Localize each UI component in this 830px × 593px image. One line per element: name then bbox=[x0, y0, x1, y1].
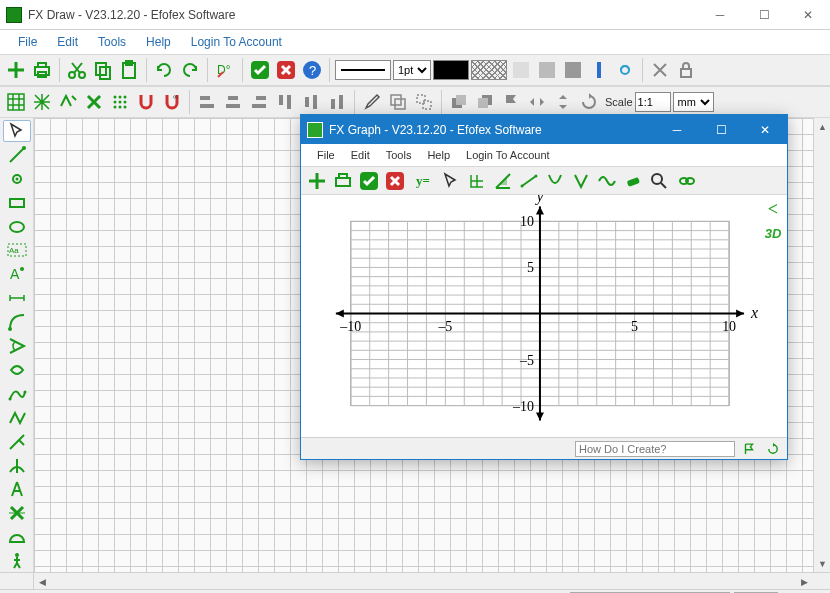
paste-icon[interactable] bbox=[117, 58, 141, 82]
cross-tool[interactable] bbox=[3, 502, 31, 524]
h-scroll-left[interactable]: ◀ bbox=[34, 573, 51, 590]
parabola-icon[interactable] bbox=[543, 169, 567, 193]
sine-icon[interactable] bbox=[595, 169, 619, 193]
copy-icon[interactable] bbox=[91, 58, 115, 82]
align-left-icon[interactable] bbox=[195, 90, 219, 114]
menu-login[interactable]: Login To Account bbox=[181, 32, 292, 52]
magnet-icon[interactable] bbox=[134, 90, 158, 114]
annotate-icon[interactable] bbox=[56, 90, 80, 114]
menu-tools[interactable]: Tools bbox=[88, 32, 136, 52]
accept-icon[interactable] bbox=[248, 58, 272, 82]
group-icon[interactable] bbox=[386, 90, 410, 114]
pointer-tool[interactable] bbox=[3, 120, 31, 142]
bezier-tool[interactable] bbox=[3, 407, 31, 429]
flip-v-icon[interactable] bbox=[551, 90, 575, 114]
new-icon[interactable] bbox=[4, 58, 28, 82]
lock-icon[interactable] bbox=[674, 58, 698, 82]
line-graph-icon[interactable] bbox=[517, 169, 541, 193]
scale-input[interactable] bbox=[635, 92, 671, 112]
cut-icon[interactable] bbox=[65, 58, 89, 82]
line-tool[interactable] bbox=[3, 144, 31, 166]
h-scroll-right[interactable]: ▶ bbox=[796, 573, 813, 590]
line-weight-select[interactable]: 1pt bbox=[393, 60, 431, 80]
child-pointer-icon[interactable] bbox=[439, 169, 463, 193]
reject-icon[interactable] bbox=[274, 58, 298, 82]
brush-icon[interactable] bbox=[360, 90, 384, 114]
abs-icon[interactable] bbox=[569, 169, 593, 193]
child-menu-login[interactable]: Login To Account bbox=[458, 147, 558, 163]
child-search-input[interactable] bbox=[575, 441, 735, 457]
angle-tool[interactable] bbox=[3, 335, 31, 357]
child-refresh-icon[interactable] bbox=[763, 440, 783, 458]
alpha2-icon[interactable] bbox=[535, 58, 559, 82]
circle-tool[interactable] bbox=[3, 216, 31, 238]
dots-icon[interactable] bbox=[108, 90, 132, 114]
align-center-h-icon[interactable] bbox=[221, 90, 245, 114]
bring-front-icon[interactable] bbox=[447, 90, 471, 114]
child-close-button[interactable]: ✕ bbox=[743, 116, 787, 144]
help-icon[interactable]: ? bbox=[300, 58, 324, 82]
child-minimize-button[interactable]: ─ bbox=[655, 116, 699, 144]
menu-edit[interactable]: Edit bbox=[47, 32, 88, 52]
maximize-button[interactable]: ☐ bbox=[742, 1, 786, 29]
integral-icon[interactable] bbox=[491, 169, 515, 193]
rect-tool[interactable] bbox=[3, 192, 31, 214]
fill-pattern-picker[interactable] bbox=[471, 60, 507, 80]
textbox-tool[interactable]: Aa bbox=[3, 240, 31, 262]
compass-tool[interactable] bbox=[3, 478, 31, 500]
h-scrollbar[interactable] bbox=[51, 573, 796, 589]
child-menu-help[interactable]: Help bbox=[419, 147, 458, 163]
scissors-tool[interactable] bbox=[3, 431, 31, 453]
walk-tool[interactable] bbox=[3, 550, 31, 572]
shape-tool[interactable] bbox=[3, 359, 31, 381]
measure-tool[interactable] bbox=[3, 287, 31, 309]
print-icon[interactable] bbox=[30, 58, 54, 82]
alpha3-icon[interactable] bbox=[561, 58, 585, 82]
minimize-button[interactable]: ─ bbox=[698, 1, 742, 29]
flip-h-icon[interactable] bbox=[525, 90, 549, 114]
ungroup-icon[interactable] bbox=[412, 90, 436, 114]
menu-help[interactable]: Help bbox=[136, 32, 181, 52]
close-button[interactable]: ✕ bbox=[786, 1, 830, 29]
alpha1-icon[interactable] bbox=[509, 58, 533, 82]
y-equals-icon[interactable]: y= bbox=[411, 169, 435, 193]
tangent-tool[interactable] bbox=[3, 455, 31, 477]
rotate-icon[interactable] bbox=[577, 90, 601, 114]
child-titlebar[interactable]: FX Graph - V23.12.20 - Efofex Software ─… bbox=[301, 115, 787, 144]
child-print-icon[interactable] bbox=[331, 169, 355, 193]
color-bar-icon[interactable] bbox=[587, 58, 611, 82]
axes-setup-icon[interactable] bbox=[465, 169, 489, 193]
v-scrollbar[interactable]: ▲▼ bbox=[813, 118, 830, 572]
text-tool[interactable]: A bbox=[3, 263, 31, 285]
eraser-icon[interactable] bbox=[621, 169, 645, 193]
child-menu-tools[interactable]: Tools bbox=[378, 147, 420, 163]
child-accept-icon[interactable] bbox=[357, 169, 381, 193]
send-back-icon[interactable] bbox=[473, 90, 497, 114]
magnet-inf-icon[interactable]: ∞ bbox=[160, 90, 184, 114]
child-new-icon[interactable] bbox=[305, 169, 329, 193]
color-picker[interactable] bbox=[433, 60, 469, 80]
flag-icon[interactable] bbox=[499, 90, 523, 114]
align-middle-icon[interactable] bbox=[299, 90, 323, 114]
menu-file[interactable]: File bbox=[8, 32, 47, 52]
mask-icon[interactable] bbox=[675, 169, 699, 193]
delete-x-icon[interactable] bbox=[82, 90, 106, 114]
dimension-icon[interactable]: D° bbox=[213, 58, 237, 82]
child-maximize-button[interactable]: ☐ bbox=[699, 116, 743, 144]
arc-tool[interactable] bbox=[3, 311, 31, 333]
curve-tool[interactable] bbox=[3, 383, 31, 405]
scissors-icon[interactable] bbox=[648, 58, 672, 82]
grid-icon[interactable] bbox=[4, 90, 28, 114]
3d-tool[interactable]: 3D bbox=[765, 226, 782, 241]
child-menu-edit[interactable]: Edit bbox=[343, 147, 378, 163]
snap-icon[interactable] bbox=[30, 90, 54, 114]
align-top-icon[interactable] bbox=[273, 90, 297, 114]
canvas[interactable]: FX Graph - V23.12.20 - Efofex Software ─… bbox=[34, 118, 813, 572]
zoom-icon[interactable] bbox=[647, 169, 671, 193]
child-menu-file[interactable]: File bbox=[309, 147, 343, 163]
protractor-tool[interactable] bbox=[3, 526, 31, 548]
link-icon[interactable] bbox=[613, 58, 637, 82]
align-right-icon[interactable] bbox=[247, 90, 271, 114]
point-tool[interactable] bbox=[3, 168, 31, 190]
undo-icon[interactable] bbox=[152, 58, 176, 82]
